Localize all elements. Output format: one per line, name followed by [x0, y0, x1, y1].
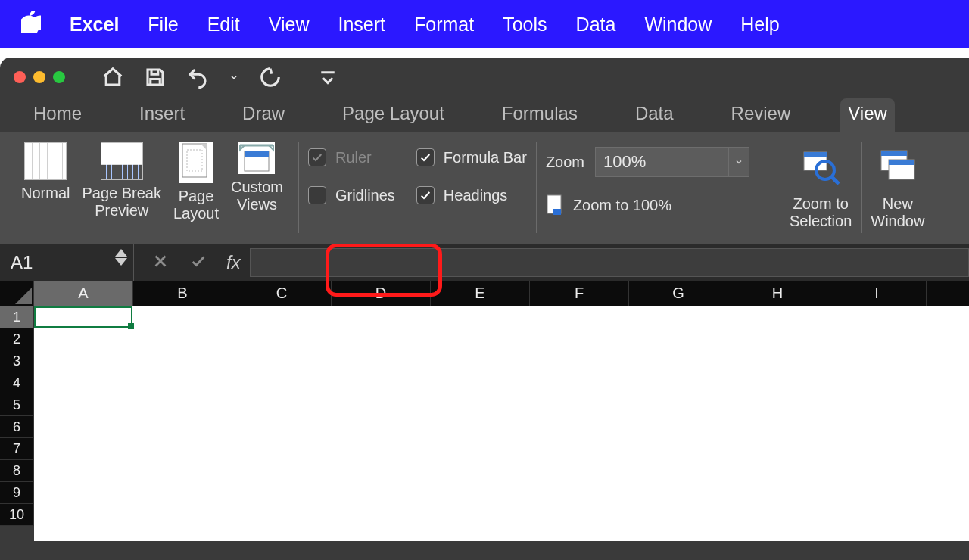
column-header[interactable]: D [332, 281, 431, 306]
close-button[interactable] [14, 71, 26, 83]
excel-window: Home Insert Draw Page Layout Formulas Da… [0, 58, 969, 560]
zoom-value: 100% [603, 152, 646, 172]
custom-views-button[interactable]: Custom Views [225, 142, 289, 213]
name-box[interactable]: A1 [0, 244, 134, 281]
column-header[interactable]: C [232, 281, 332, 306]
menu-tools[interactable]: Tools [503, 14, 547, 36]
page-break-label: Page Break Preview [82, 185, 161, 219]
custom-views-icon [238, 142, 275, 174]
row-header[interactable]: 4 [0, 372, 34, 394]
menu-format[interactable]: Format [414, 14, 474, 36]
new-window-button[interactable]: New Window [871, 146, 924, 230]
redo-icon[interactable] [259, 66, 282, 89]
ribbon-tabs: Home Insert Draw Page Layout Formulas Da… [0, 97, 969, 132]
custom-views-label: Custom Views [231, 179, 283, 213]
row-header[interactable]: 6 [0, 416, 34, 438]
checkbox-icon [308, 148, 326, 166]
save-icon[interactable] [144, 66, 167, 89]
menu-edit[interactable]: Edit [207, 14, 240, 36]
column-header[interactable]: E [431, 281, 530, 306]
apple-icon[interactable] [21, 11, 41, 38]
zoom-to-selection-label: Zoom to Selection [790, 195, 852, 230]
normal-view-icon [24, 142, 67, 180]
column-header[interactable]: I [827, 281, 927, 306]
row-header[interactable]: 7 [0, 438, 34, 460]
svg-rect-8 [553, 209, 561, 215]
macos-menubar: Excel File Edit View Insert Format Tools… [0, 0, 969, 48]
normal-view-label: Normal [21, 185, 70, 202]
minimize-button[interactable] [33, 71, 45, 83]
column-header[interactable]: A [34, 281, 133, 306]
row-header[interactable]: 1 [0, 306, 34, 328]
checkbox-icon [416, 148, 435, 166]
headings-label: Headings [444, 187, 508, 204]
tab-review[interactable]: Review [724, 98, 799, 132]
formula-bar-label: Formula Bar [444, 149, 527, 166]
name-box-value: A1 [11, 252, 33, 273]
page-layout-icon [179, 142, 213, 183]
column-header[interactable]: F [530, 281, 629, 306]
tab-page-layout[interactable]: Page Layout [335, 98, 452, 132]
page-layout-button[interactable]: Page Layout [167, 142, 225, 222]
row-header[interactable]: 8 [0, 460, 34, 482]
row-header[interactable]: 3 [0, 350, 34, 372]
column-header[interactable]: G [629, 281, 728, 306]
row-header[interactable]: 5 [0, 394, 34, 416]
undo-icon[interactable] [186, 66, 209, 89]
cells-area[interactable] [34, 306, 969, 541]
row-header[interactable]: 10 [0, 504, 34, 526]
menu-window[interactable]: Window [644, 14, 712, 36]
select-all-corner[interactable] [0, 281, 34, 306]
tab-draw[interactable]: Draw [235, 98, 292, 132]
column-header[interactable]: H [728, 281, 827, 306]
spreadsheet: A B C D E F G H I 1 2 3 4 5 6 7 8 9 10 [0, 281, 969, 541]
zoom-to-100-button[interactable]: Zoom to 100% [546, 194, 671, 216]
page-break-preview-button[interactable]: Page Break Preview [76, 142, 167, 219]
zoom-select[interactable]: 100% [595, 147, 749, 177]
qat-customize-icon[interactable] [316, 66, 339, 89]
zoom-label: Zoom [546, 154, 584, 171]
headings-checkbox[interactable]: Headings [416, 186, 527, 204]
enter-formula-icon[interactable] [189, 253, 208, 272]
row-header[interactable]: 2 [0, 328, 34, 350]
formula-input[interactable] [250, 248, 969, 277]
formula-bar-checkbox[interactable]: Formula Bar [416, 148, 527, 166]
home-icon[interactable] [101, 66, 124, 89]
tab-view[interactable]: View [840, 98, 895, 132]
menu-help[interactable]: Help [740, 14, 779, 36]
name-box-stepper[interactable] [115, 249, 127, 266]
quick-access-toolbar [101, 66, 339, 89]
tab-insert[interactable]: Insert [132, 98, 192, 132]
tab-formulas[interactable]: Formulas [494, 98, 585, 132]
cancel-formula-icon[interactable] [152, 253, 169, 272]
column-header[interactable]: B [133, 281, 232, 306]
group-zoom-selection: Zoom to Selection [790, 142, 852, 233]
fx-label[interactable]: fx [226, 252, 241, 273]
menu-view[interactable]: View [269, 14, 310, 36]
ruler-checkbox: Ruler [308, 148, 395, 166]
checkbox-icon [416, 186, 435, 204]
ribbon-view: Normal Page Break Preview Page Layout Cu… [0, 132, 969, 244]
normal-view-button[interactable]: Normal [15, 142, 76, 202]
svg-rect-14 [881, 151, 907, 156]
gridlines-checkbox[interactable]: Gridlines [308, 186, 395, 204]
menu-insert[interactable]: Insert [338, 14, 385, 36]
tab-data[interactable]: Data [628, 98, 681, 132]
page-100-icon [546, 194, 564, 216]
menu-file[interactable]: File [148, 14, 178, 36]
svg-rect-1 [182, 144, 207, 177]
window-controls [14, 71, 65, 83]
zoom-to-100-label: Zoom to 100% [573, 197, 671, 214]
maximize-button[interactable] [53, 71, 65, 83]
svg-rect-16 [889, 160, 914, 165]
tab-home[interactable]: Home [26, 98, 89, 132]
svg-rect-10 [804, 152, 827, 157]
zoom-to-selection-button[interactable]: Zoom to Selection [790, 146, 852, 230]
app-name[interactable]: Excel [70, 14, 119, 36]
new-window-icon [877, 146, 919, 192]
menu-data[interactable]: Data [576, 14, 616, 36]
row-header[interactable]: 9 [0, 482, 34, 504]
undo-dropdown-icon[interactable] [229, 66, 239, 89]
ruler-label: Ruler [335, 149, 372, 166]
active-cell[interactable] [34, 306, 132, 328]
